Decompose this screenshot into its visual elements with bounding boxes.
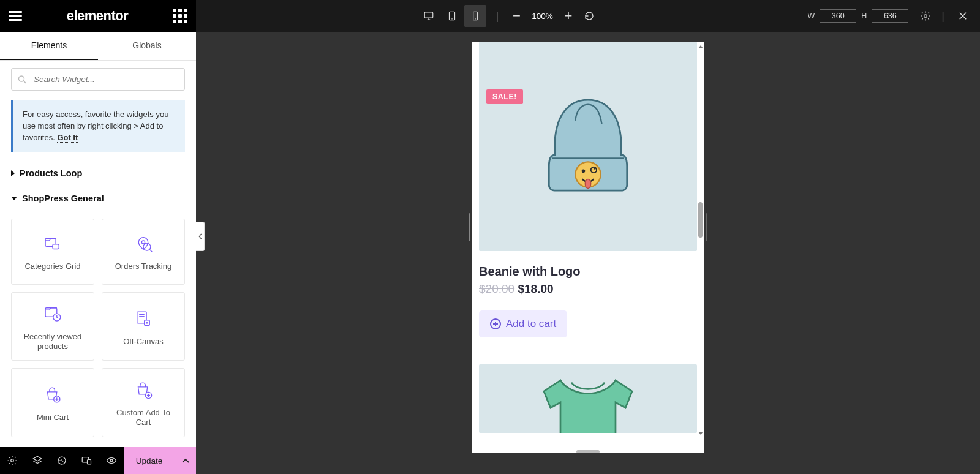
layers-icon [32, 455, 43, 466]
widget-label: Orders Tracking [115, 261, 172, 271]
product-image[interactable]: SALE! [479, 42, 697, 251]
resize-handle-left[interactable] [467, 42, 471, 241]
folder-grid-icon [42, 233, 63, 254]
tab-globals[interactable]: Globals [98, 32, 196, 60]
caret-right-icon [11, 170, 15, 176]
widget-recently-viewed[interactable]: Recently viewed products [11, 292, 94, 361]
widget-label: Categories Grid [24, 261, 80, 271]
got-it-link[interactable]: Got It [57, 133, 78, 143]
scroll-up-icon[interactable] [698, 45, 703, 48]
separator: | [941, 10, 944, 23]
scrollbar-track[interactable] [697, 45, 704, 435]
svg-point-5 [143, 244, 151, 251]
svg-point-37 [585, 179, 590, 188]
product-image[interactable] [479, 364, 697, 433]
mini-cart-icon [42, 385, 63, 405]
history-icon [56, 455, 67, 466]
resize-handle-right[interactable] [705, 42, 709, 241]
tablet-icon [447, 10, 458, 21]
width-input[interactable] [820, 9, 856, 23]
panel-collapse-handle[interactable] [196, 222, 205, 251]
search-icon [18, 75, 27, 84]
preview-frame: SALE! [472, 42, 704, 453]
svg-rect-25 [424, 12, 433, 18]
tracking-icon [133, 233, 154, 254]
sale-badge: SALE! [486, 89, 523, 104]
chevron-up-icon [181, 457, 190, 464]
preview-button[interactable] [99, 447, 123, 474]
panel-settings-button[interactable] [0, 447, 24, 474]
eye-icon [106, 455, 117, 466]
info-text: For easy access, favorite the widgets yo… [23, 110, 168, 142]
zoom-in-button[interactable]: + [560, 8, 576, 24]
svg-point-24 [110, 459, 113, 462]
desktop-icon [423, 10, 434, 21]
widget-categories-grid[interactable]: Categories Grid [11, 219, 94, 285]
price-old: $20.00 [479, 282, 514, 295]
separator: | [496, 10, 499, 23]
device-tablet-button[interactable] [441, 5, 463, 27]
close-icon [957, 10, 968, 21]
responsive-mode-button[interactable] [74, 447, 99, 474]
height-input[interactable] [872, 9, 908, 23]
tab-elements[interactable]: Elements [0, 32, 98, 60]
plus-circle-icon [490, 318, 501, 329]
scrollbar-thumb[interactable] [698, 202, 703, 238]
off-canvas-icon [133, 309, 154, 329]
height-label: H [861, 12, 867, 20]
widget-label: Recently viewed products [18, 332, 88, 352]
gear-icon [7, 455, 18, 466]
zoom-out-button[interactable]: − [508, 8, 524, 24]
zoom-reset-button[interactable] [584, 10, 595, 21]
favorites-info-box: For easy access, favorite the widgets yo… [11, 100, 185, 152]
svg-line-6 [149, 250, 152, 252]
category-products-loop[interactable]: Products Loop [0, 161, 196, 186]
resize-handle-bottom[interactable] [576, 450, 600, 453]
width-label: W [807, 12, 815, 20]
zoom-level: 100% [532, 12, 553, 21]
widget-label: Mini Cart [37, 413, 69, 423]
gear-icon [920, 10, 931, 21]
close-responsive-button[interactable] [954, 7, 971, 24]
scroll-down-icon[interactable] [698, 432, 703, 435]
recently-viewed-icon [42, 304, 63, 325]
custom-atc-icon [133, 380, 154, 401]
category-label: Products Loop [20, 168, 82, 178]
svg-rect-23 [88, 460, 91, 465]
svg-rect-3 [53, 244, 59, 249]
widget-label: Custom Add To Cart [108, 408, 178, 428]
panel-header: elementor [0, 0, 196, 32]
mobile-icon [470, 10, 481, 21]
elementor-logo: elementor [31, 8, 164, 24]
device-desktop-button[interactable] [418, 5, 440, 27]
update-options-button[interactable] [175, 447, 196, 474]
search-widget-input[interactable] [11, 68, 185, 91]
update-button[interactable]: Update [124, 447, 175, 474]
panel-tabs: Elements Globals [0, 32, 196, 61]
category-shoppress-general[interactable]: ShopPress General [0, 186, 196, 211]
breakpoint-settings-button[interactable] [917, 7, 934, 24]
tshirt-illustration [533, 373, 643, 433]
product-title[interactable]: Beanie with Logo [479, 265, 697, 279]
svg-point-30 [924, 15, 927, 18]
navigator-button[interactable] [24, 447, 49, 474]
svg-line-1 [24, 81, 26, 83]
hamburger-menu-icon[interactable] [9, 11, 22, 21]
svg-point-4 [141, 241, 145, 244]
device-mobile-button[interactable] [464, 5, 486, 27]
history-button[interactable] [50, 447, 74, 474]
beanie-illustration [542, 91, 634, 201]
svg-point-0 [19, 76, 24, 81]
caret-down-icon [11, 197, 17, 200]
apps-grid-icon[interactable] [173, 9, 187, 23]
widget-mini-cart[interactable]: Mini Cart [11, 368, 94, 437]
widget-label: Off-Canvas [123, 337, 164, 347]
chevron-left-icon [198, 233, 203, 239]
add-to-cart-label: Add to cart [506, 318, 556, 330]
price-new: $18.00 [518, 282, 553, 295]
widget-custom-add-to-cart[interactable]: Custom Add To Cart [102, 368, 185, 437]
widget-off-canvas[interactable]: Off-Canvas [102, 292, 185, 361]
category-label: ShopPress General [22, 194, 104, 203]
add-to-cart-button[interactable]: Add to cart [479, 310, 567, 337]
widget-orders-tracking[interactable]: Orders Tracking [102, 219, 185, 285]
